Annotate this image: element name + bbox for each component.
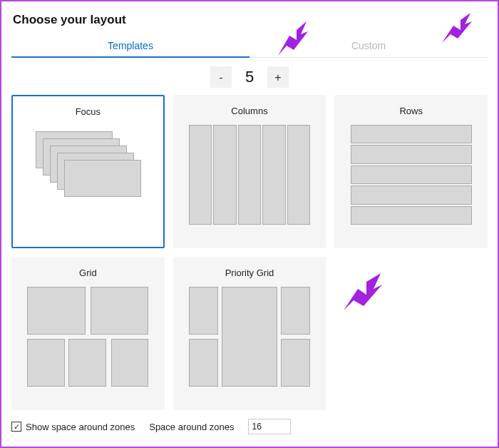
checkbox-icon: ✓ [11,422,21,432]
show-space-label: Show space around zones [26,422,135,432]
template-label: Focus [76,106,101,117]
space-around-value: 16 [252,422,261,432]
space-around-input[interactable]: 16 [248,419,291,434]
template-focus[interactable]: Focus [11,95,165,248]
tab-custom[interactable]: Custom [250,33,488,57]
template-rows[interactable]: Rows [334,95,488,248]
preview-focus [27,126,148,225]
decrement-button[interactable]: - [210,66,232,88]
layout-chooser-window: Choose your layout Templates Custom - 5 … [0,0,499,448]
template-columns[interactable]: Columns [173,95,326,248]
tab-templates[interactable]: Templates [11,33,250,57]
template-label: Columns [231,106,267,116]
zone-count-stepper: - 5 + [11,66,488,88]
zone-count-value: 5 [239,68,260,86]
preview-columns [189,125,310,225]
footer-controls: ✓ Show space around zones Space around z… [11,419,488,434]
template-priority-grid[interactable]: Priority Grid [173,257,326,410]
template-grid: Focus Columns Rows Grid [11,95,488,410]
template-label: Priority Grid [225,268,274,278]
space-around-label: Space around zones [149,422,234,432]
show-space-checkbox[interactable]: ✓ Show space around zones [11,422,135,432]
template-label: Rows [399,106,423,116]
preview-priority-grid [189,287,310,387]
tabs: Templates Custom [11,33,488,58]
template-grid-preset[interactable]: Grid [11,257,165,410]
preview-grid [27,287,148,387]
increment-button[interactable]: + [267,66,289,88]
preview-rows [351,125,472,225]
page-title: Choose your layout [13,13,488,27]
template-label: Grid [79,268,97,278]
